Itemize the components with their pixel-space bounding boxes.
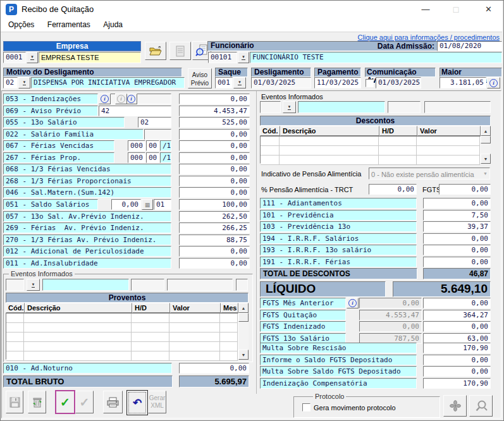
verba-value[interactable]: 0,00 — [179, 258, 250, 269]
menu-opcoes[interactable]: Opções — [3, 18, 39, 32]
undo-button[interactable]: ↶ — [126, 390, 148, 415]
verba-value[interactable]: 525,00 — [179, 117, 250, 128]
maior-remuneracao-info-button[interactable]: i — [487, 77, 500, 88]
verba-input[interactable]: 0,00 — [111, 199, 141, 210]
info-procedures-link[interactable]: Clique aqui para informações / procedime… — [358, 34, 500, 41]
verba-value[interactable]: 0,00 — [179, 94, 250, 104]
evento-right-desc-field[interactable] — [298, 101, 385, 113]
desconto-value[interactable]: 0,00 — [423, 233, 491, 244]
funcionario-dropdown-icon[interactable]: ▼ — [238, 52, 249, 63]
verba-value[interactable]: 4.453,47 — [179, 106, 250, 116]
col-valor[interactable]: Valor — [417, 126, 481, 136]
save-button[interactable] — [6, 391, 23, 413]
info-button[interactable]: i — [347, 298, 359, 308]
verba-value[interactable]: 88,75 — [179, 235, 250, 245]
menu-ferramentas[interactable]: Ferramentas — [42, 18, 95, 32]
table-row[interactable] — [6, 342, 238, 351]
verba-value[interactable]: 262,50 — [179, 211, 250, 222]
funcionario-code-field[interactable]: 00101 — [208, 52, 237, 63]
delete-button[interactable] — [28, 391, 46, 413]
verba-input[interactable]: 42 — [99, 106, 171, 116]
fgts-value[interactable]: 364,27 — [423, 310, 491, 320]
saque-code-field[interactable]: 001 — [215, 77, 233, 88]
evento-left-dropdown-icon[interactable]: ▼ — [27, 279, 40, 291]
calendar-grid-button[interactable]: ▦ — [142, 199, 153, 210]
col-descricao[interactable]: Descrição — [25, 303, 132, 313]
verba-value[interactable]: 266,25 — [179, 223, 250, 233]
verba-value[interactable]: 100,00 — [179, 199, 250, 210]
multa-value[interactable]: 0,00 — [423, 355, 491, 365]
empresa-code-field[interactable]: 0001 — [3, 52, 26, 63]
open-folder-button[interactable] — [145, 42, 166, 60]
info-button[interactable]: i — [99, 94, 111, 104]
pensao-fgts-field[interactable]: 0,00 — [439, 184, 491, 195]
table-row[interactable] — [6, 314, 238, 323]
col-hd[interactable]: H/D — [379, 126, 417, 136]
desconto-value[interactable]: 0,00 — [423, 257, 491, 267]
motivo-code-field[interactable]: 02 — [3, 77, 18, 88]
evento-left-code-field[interactable] — [6, 279, 24, 291]
scroll-down-icon[interactable]: ▼ — [481, 154, 491, 164]
scrollbar-thumb[interactable] — [238, 313, 249, 322]
minimize-button[interactable]: — — [413, 1, 438, 18]
evento-right-valor-field[interactable] — [424, 101, 491, 113]
evento-left-desc-field[interactable] — [42, 279, 129, 291]
fgts-value[interactable]: 0,00 — [423, 298, 491, 308]
desconto-value[interactable]: 39,37 — [423, 221, 491, 232]
fgts-report-button[interactable] — [169, 42, 191, 60]
table-row[interactable] — [261, 137, 480, 146]
fgts-value[interactable]: 0,00 — [423, 321, 491, 332]
evento-left-mes-field[interactable] — [236, 279, 248, 291]
comunicacao-checkbox[interactable] — [366, 79, 374, 87]
funcionario-name-field[interactable]: FUNCIONÁRIO TESTE — [250, 52, 502, 63]
desligamento-field[interactable]: 01/03/2025 — [251, 77, 311, 88]
scrollbar-thumb[interactable] — [481, 136, 491, 143]
verba-value[interactable]: 0,00 — [179, 140, 250, 151]
proventos-scrollbar[interactable]: ▲ ▼ — [238, 303, 249, 360]
print-button[interactable] — [103, 391, 123, 413]
verba-input[interactable]: 00 — [146, 152, 159, 163]
empresa-dropdown-icon[interactable]: ▼ — [27, 52, 38, 63]
scroll-up-icon[interactable]: ▲ — [238, 303, 249, 313]
close-button[interactable]: ✕ — [475, 1, 502, 18]
desconto-value[interactable]: 7,50 — [423, 210, 491, 221]
table-row[interactable] — [6, 351, 238, 361]
protocolo-checkbox[interactable] — [302, 403, 310, 412]
ad-noturno-value[interactable]: 0,00 — [179, 363, 249, 374]
evento-right-code-field[interactable] — [260, 101, 281, 113]
multa-value[interactable]: 170,90 — [423, 378, 491, 389]
desconto-value[interactable]: 0,00 — [423, 198, 491, 209]
motivo-dropdown-icon[interactable]: ▼ — [18, 77, 30, 88]
aviso-previo-button[interactable]: Aviso Prévio — [188, 68, 212, 88]
verba-input[interactable]: 000 — [128, 140, 145, 151]
table-row[interactable] — [6, 323, 238, 333]
col-hd[interactable]: H/D — [132, 303, 170, 313]
table-row[interactable] — [261, 146, 480, 156]
comunicacao-field[interactable]: 01/03/2025 — [376, 77, 421, 88]
desconto-value[interactable]: 0,00 — [423, 245, 491, 255]
menu-ajuda[interactable]: Ajuda — [98, 18, 128, 32]
confirm-button[interactable]: ✓ — [55, 390, 75, 414]
verba-value[interactable]: 0,00 — [179, 176, 250, 186]
descontos-scrollbar[interactable]: ▲ ▼ — [481, 126, 491, 164]
multa-value[interactable]: 0,00 — [423, 366, 491, 377]
verba-value[interactable]: 0,00 — [179, 164, 250, 174]
verba-input[interactable]: 01 — [154, 199, 171, 210]
col-cod[interactable]: Cód. — [260, 126, 280, 136]
col-cod[interactable]: Cód. — [6, 303, 25, 313]
evento-right-dropdown-icon[interactable]: ▼ — [283, 101, 296, 113]
col-mes[interactable]: Mes — [221, 303, 238, 313]
scroll-down-icon[interactable]: ▼ — [238, 350, 249, 360]
col-valor[interactable]: Valor — [170, 303, 221, 313]
verba-input[interactable]: 000 — [128, 152, 145, 163]
motivo-desc-field[interactable]: DISPENSA POR INICIATIVA EMPREGADOR — [31, 77, 185, 88]
pagamento-field[interactable]: 11/03/2025 — [314, 77, 361, 88]
maximize-button[interactable]: □ — [443, 1, 469, 18]
verba-input[interactable]: 00 — [146, 140, 159, 151]
evento-right-hd-field[interactable] — [388, 101, 421, 113]
verba-value[interactable]: 0,00 — [179, 129, 250, 140]
scroll-up-icon[interactable]: ▲ — [481, 126, 491, 136]
pensao-pct-field[interactable]: 0,00 — [369, 184, 417, 195]
evento-left-hd-field[interactable] — [131, 279, 164, 291]
table-row[interactable] — [261, 156, 480, 165]
